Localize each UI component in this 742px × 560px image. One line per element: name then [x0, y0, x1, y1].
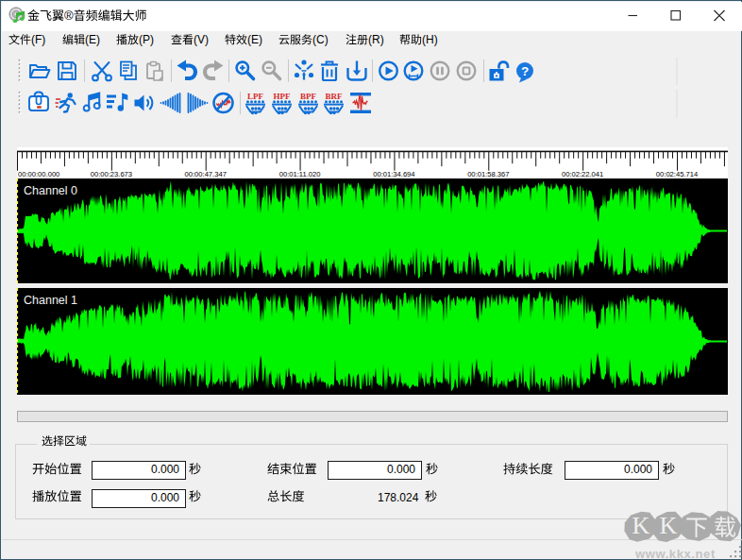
svg-text:K: K — [632, 512, 650, 539]
svg-text:K: K — [660, 512, 678, 539]
svg-text:www.kkx.net: www.kkx.net — [634, 547, 716, 560]
